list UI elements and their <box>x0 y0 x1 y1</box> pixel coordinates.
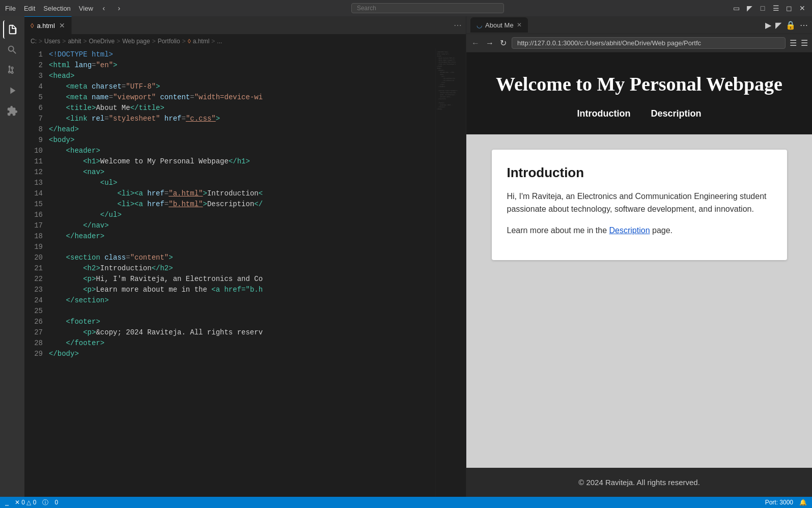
code-line: <li><a href="b.html">Description</ <box>49 199 431 210</box>
browser-more-icon[interactable]: ⋯ <box>800 20 808 30</box>
bell-icon[interactable]: 🔔 <box>799 499 807 506</box>
run-icon[interactable] <box>3 81 21 100</box>
breadcrumb-portfolio[interactable]: Portfolio <box>158 38 180 45</box>
browser-split-icon[interactable]: ◤ <box>775 20 781 30</box>
code-line: <p>&copy; 2024 Raviteja. All rights rese… <box>49 327 431 338</box>
panel-icon[interactable]: □ <box>758 4 767 13</box>
webpage-body: Introduction Hi, I'm Raviteja, an Electr… <box>466 134 812 468</box>
webpage-card: Introduction Hi, I'm Raviteja, an Electr… <box>492 150 787 261</box>
extensions-activity-icon[interactable] <box>3 102 21 120</box>
menu-view[interactable]: View <box>79 5 93 12</box>
browser-lock-icon[interactable]: 🔒 <box>786 20 796 30</box>
footer-text: © 2024 Raviteja. All rights reserved. <box>578 478 700 487</box>
code-line: <section class="content"> <box>49 252 431 263</box>
browser-refresh-btn[interactable]: ↻ <box>499 37 508 49</box>
webpage-header: Welcome to My Personal Webpage Introduct… <box>466 52 812 134</box>
code-line: <body> <box>49 135 431 146</box>
code-line: </footer> <box>49 338 431 349</box>
maximize-icon[interactable]: ◻ <box>785 4 794 13</box>
search-activity-icon[interactable] <box>3 41 21 59</box>
breadcrumb-onedrive[interactable]: OneDrive <box>89 38 115 45</box>
browser-title-bar: ◡ About Me ✕ ▶ ◤ 🔒 ⋯ <box>466 16 812 34</box>
tab-label: a.html <box>37 22 54 30</box>
browser-title-controls: ▶ ◤ 🔒 ⋯ <box>765 20 808 30</box>
git-icon: ⎯ <box>5 499 9 506</box>
tabs-bar: ◊ a.html ✕ ⋯ <box>24 16 466 34</box>
breadcrumb: C: > Users > abhit > OneDrive > Web page… <box>24 34 466 48</box>
menu-selection[interactable]: Selection <box>43 5 70 12</box>
error-count[interactable]: ✕ 0 △ 0 <box>15 499 36 506</box>
code-line: <nav> <box>49 167 431 178</box>
webpage-footer: © 2024 Raviteja. All rights reserved. <box>466 468 812 497</box>
more-tabs-icon[interactable]: ⋯ <box>454 20 462 30</box>
browser-url-input[interactable] <box>512 37 786 49</box>
status-left: ⎯ ✕ 0 △ 0 ⓘ 0 <box>5 498 58 507</box>
browser-tab-label: About Me <box>485 21 514 29</box>
browser-viewport: Welcome to My Personal Webpage Introduct… <box>466 52 812 497</box>
browser-tab-close-icon[interactable]: ✕ <box>517 21 522 29</box>
line-numbers: 1234567891011121314151617181920212223242… <box>24 48 49 497</box>
browser-sidebar-btn[interactable]: ☰ <box>801 38 808 48</box>
browser-play-icon[interactable]: ▶ <box>765 20 771 30</box>
info-count: 0 <box>54 499 58 506</box>
browser-address-bar: ← → ↻ ☰ ☰ <box>466 34 812 52</box>
breadcrumb-filename[interactable]: a.html <box>193 38 210 45</box>
code-line <box>49 306 431 317</box>
browser-tab-icon: ◡ <box>477 21 482 29</box>
description-paragraph: Learn more about me in the Description p… <box>507 224 772 237</box>
breadcrumb-more[interactable]: ... <box>217 38 222 45</box>
code-line: <title>About Me</title> <box>49 103 431 114</box>
code-line: </nav> <box>49 220 431 231</box>
editor-tab-active[interactable]: ◊ a.html ✕ <box>24 16 72 34</box>
browser-panel: ◡ About Me ✕ ▶ ◤ 🔒 ⋯ ← → ↻ ☰ ☰ Welcome t… <box>466 16 812 497</box>
menu-items: File Edit Selection View <box>5 5 93 12</box>
intro-paragraph: Hi, I'm Raviteja, an Electronics and Com… <box>507 190 772 216</box>
code-line: <p>Learn more about me in the <a href="b… <box>49 285 431 295</box>
search-input[interactable] <box>351 3 504 13</box>
extensions-icon[interactable]: ▭ <box>732 4 741 13</box>
code-line <box>49 242 431 252</box>
close-window-icon[interactable]: ✕ <box>798 4 807 13</box>
menu-edit[interactable]: Edit <box>24 5 35 12</box>
code-line: <footer> <box>49 317 431 327</box>
browser-tab[interactable]: ◡ About Me ✕ <box>470 17 528 33</box>
tab-file-icon: ◊ <box>31 22 34 30</box>
forward-icon[interactable]: › <box>115 4 124 13</box>
description-link[interactable]: Description <box>609 226 650 235</box>
breadcrumb-users[interactable]: Users <box>44 38 60 45</box>
explorer-icon[interactable] <box>3 20 21 39</box>
back-icon[interactable]: ‹ <box>99 4 108 13</box>
code-line: </section> <box>49 295 431 306</box>
nav-link-description[interactable]: Description <box>651 108 701 119</box>
code-line: </body> <box>49 349 431 359</box>
status-right: Port: 3000 🔔 <box>765 499 807 506</box>
code-line: </head> <box>49 124 431 135</box>
browser-forward-btn[interactable]: → <box>485 38 495 49</box>
browser-back-btn[interactable]: ← <box>470 38 481 49</box>
code-line: <ul> <box>49 178 431 188</box>
layout-icon[interactable]: ◤ <box>745 4 754 13</box>
nav-link-introduction[interactable]: Introduction <box>577 108 630 119</box>
breadcrumb-file-icon: ◊ <box>188 38 191 45</box>
desc-text-suffix: page. <box>650 226 673 235</box>
port-info[interactable]: Port: 3000 <box>765 499 793 506</box>
code-line: <link rel="stylesheet" href="c.css"> <box>49 114 431 124</box>
webpage-title: Welcome to My Personal Webpage <box>477 73 802 96</box>
info-icon: ⓘ <box>42 498 48 507</box>
editor-area: ◊ a.html ✕ ⋯ C: > Users > abhit > OneDri… <box>24 16 466 497</box>
breadcrumb-c[interactable]: C: <box>31 38 37 45</box>
menu-file[interactable]: File <box>5 5 16 12</box>
code-line: <header> <box>49 146 431 156</box>
breadcrumb-webpage[interactable]: Web page <box>122 38 150 45</box>
sidebar-icon[interactable]: ☰ <box>771 4 780 13</box>
status-bar: ⎯ ✕ 0 △ 0 ⓘ 0 Port: 3000 🔔 <box>0 497 812 508</box>
source-control-icon[interactable] <box>3 61 21 79</box>
tab-close-icon[interactable]: ✕ <box>59 21 65 30</box>
code-editor[interactable]: 1234567891011121314151617181920212223242… <box>24 48 435 497</box>
code-line: </ul> <box>49 210 431 220</box>
code-line: </header> <box>49 231 431 242</box>
search-bar-container <box>130 3 725 13</box>
breadcrumb-abhit[interactable]: abhit <box>68 38 81 45</box>
browser-menu-btn[interactable]: ☰ <box>790 38 797 48</box>
code-content: <!DOCTYPE html><html lang="en"><head> <m… <box>49 48 435 497</box>
